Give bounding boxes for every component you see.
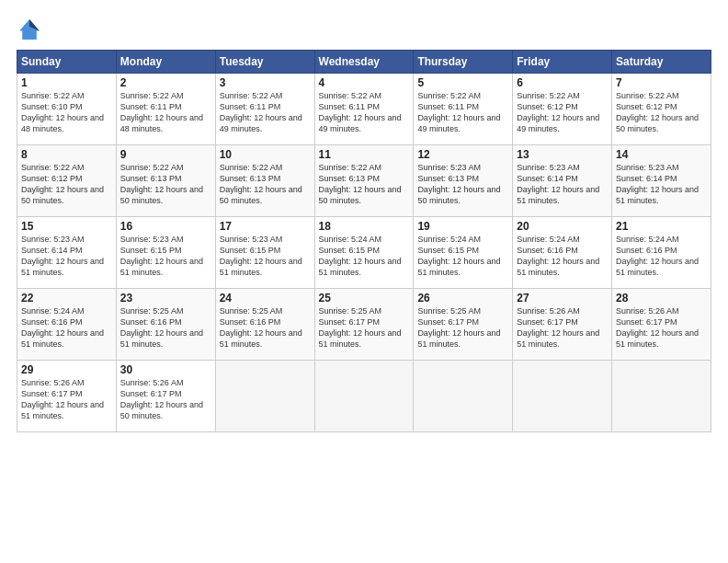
calendar-cell: 19 Sunrise: 5:24 AMSunset: 6:15 PMDaylig… <box>414 217 513 289</box>
cell-info: Sunrise: 5:23 AMSunset: 6:15 PMDaylight:… <box>220 235 302 277</box>
day-number: 20 <box>517 220 608 233</box>
calendar-cell: 13 Sunrise: 5:23 AMSunset: 6:14 PMDaylig… <box>513 145 612 217</box>
day-number: 30 <box>120 363 211 376</box>
calendar-cell: 24 Sunrise: 5:25 AMSunset: 6:16 PMDaylig… <box>215 289 314 361</box>
cell-info: Sunrise: 5:22 AMSunset: 6:13 PMDaylight:… <box>319 163 402 205</box>
day-number: 15 <box>21 220 112 233</box>
col-header-wednesday: Wednesday <box>314 51 414 74</box>
day-number: 4 <box>319 76 410 89</box>
week-row-4: 22 Sunrise: 5:24 AMSunset: 6:16 PMDaylig… <box>17 289 711 361</box>
day-number: 24 <box>220 292 311 304</box>
day-number: 9 <box>120 148 211 161</box>
cell-info: Sunrise: 5:25 AMSunset: 6:16 PMDaylight:… <box>120 306 203 349</box>
calendar-cell <box>414 361 513 432</box>
day-number: 28 <box>616 292 707 304</box>
day-number: 1 <box>21 76 112 89</box>
cell-info: Sunrise: 5:24 AMSunset: 6:15 PMDaylight:… <box>319 235 402 277</box>
cell-info: Sunrise: 5:22 AMSunset: 6:11 PMDaylight:… <box>120 91 203 133</box>
day-number: 14 <box>616 148 707 161</box>
calendar-cell: 9 Sunrise: 5:22 AMSunset: 6:13 PMDayligh… <box>116 145 215 217</box>
calendar-cell: 28 Sunrise: 5:26 AMSunset: 6:17 PMDaylig… <box>612 289 711 361</box>
cell-info: Sunrise: 5:26 AMSunset: 6:17 PMDaylight:… <box>517 306 599 349</box>
calendar-cell: 18 Sunrise: 5:24 AMSunset: 6:15 PMDaylig… <box>314 217 414 289</box>
cell-info: Sunrise: 5:22 AMSunset: 6:13 PMDaylight:… <box>120 163 203 205</box>
calendar-cell: 27 Sunrise: 5:26 AMSunset: 6:17 PMDaylig… <box>513 289 612 361</box>
cell-info: Sunrise: 5:26 AMSunset: 6:17 PMDaylight:… <box>120 378 203 420</box>
col-header-friday: Friday <box>513 51 612 74</box>
page: SundayMondayTuesdayWednesdayThursdayFrid… <box>0 0 728 563</box>
day-number: 29 <box>21 363 112 376</box>
calendar-cell: 12 Sunrise: 5:23 AMSunset: 6:13 PMDaylig… <box>414 145 513 217</box>
day-number: 6 <box>517 76 608 89</box>
calendar-cell <box>215 361 314 432</box>
day-number: 27 <box>517 292 608 304</box>
cell-info: Sunrise: 5:23 AMSunset: 6:14 PMDaylight:… <box>616 163 699 205</box>
week-row-5: 29 Sunrise: 5:26 AMSunset: 6:17 PMDaylig… <box>17 361 711 432</box>
cell-info: Sunrise: 5:23 AMSunset: 6:14 PMDaylight:… <box>21 235 104 277</box>
cell-info: Sunrise: 5:24 AMSunset: 6:16 PMDaylight:… <box>616 235 699 277</box>
day-number: 8 <box>21 148 112 161</box>
calendar-cell <box>314 361 414 432</box>
cell-info: Sunrise: 5:23 AMSunset: 6:13 PMDaylight:… <box>417 163 500 205</box>
calendar-table: SundayMondayTuesdayWednesdayThursdayFrid… <box>17 50 711 432</box>
calendar-cell: 21 Sunrise: 5:24 AMSunset: 6:16 PMDaylig… <box>612 217 711 289</box>
day-number: 3 <box>220 76 311 89</box>
day-number: 25 <box>319 292 410 304</box>
cell-info: Sunrise: 5:25 AMSunset: 6:17 PMDaylight:… <box>417 306 500 349</box>
day-number: 21 <box>616 220 707 233</box>
calendar-cell: 10 Sunrise: 5:22 AMSunset: 6:13 PMDaylig… <box>215 145 314 217</box>
col-header-thursday: Thursday <box>414 51 513 74</box>
day-number: 16 <box>120 220 211 233</box>
day-number: 23 <box>120 292 211 304</box>
calendar-cell <box>513 361 612 432</box>
calendar-cell: 2 Sunrise: 5:22 AMSunset: 6:11 PMDayligh… <box>116 74 215 145</box>
col-header-saturday: Saturday <box>612 51 711 74</box>
calendar-cell: 3 Sunrise: 5:22 AMSunset: 6:11 PMDayligh… <box>215 74 314 145</box>
header-row: SundayMondayTuesdayWednesdayThursdayFrid… <box>17 51 711 74</box>
calendar-cell: 16 Sunrise: 5:23 AMSunset: 6:15 PMDaylig… <box>116 217 215 289</box>
cell-info: Sunrise: 5:22 AMSunset: 6:13 PMDaylight:… <box>220 163 302 205</box>
day-number: 12 <box>417 148 508 161</box>
cell-info: Sunrise: 5:26 AMSunset: 6:17 PMDaylight:… <box>616 306 699 349</box>
day-number: 22 <box>21 292 112 304</box>
calendar-cell: 6 Sunrise: 5:22 AMSunset: 6:12 PMDayligh… <box>513 74 612 145</box>
calendar-cell: 11 Sunrise: 5:22 AMSunset: 6:13 PMDaylig… <box>314 145 414 217</box>
day-number: 10 <box>220 148 311 161</box>
day-number: 11 <box>319 148 410 161</box>
cell-info: Sunrise: 5:25 AMSunset: 6:17 PMDaylight:… <box>319 306 402 349</box>
cell-info: Sunrise: 5:22 AMSunset: 6:10 PMDaylight:… <box>21 91 104 133</box>
cell-info: Sunrise: 5:22 AMSunset: 6:12 PMDaylight:… <box>517 91 599 133</box>
col-header-tuesday: Tuesday <box>215 51 314 74</box>
day-number: 26 <box>417 292 508 304</box>
logo <box>17 17 46 42</box>
col-header-sunday: Sunday <box>17 51 117 74</box>
cell-info: Sunrise: 5:26 AMSunset: 6:17 PMDaylight:… <box>21 378 104 420</box>
day-number: 13 <box>517 148 608 161</box>
cell-info: Sunrise: 5:22 AMSunset: 6:11 PMDaylight:… <box>417 91 500 133</box>
col-header-monday: Monday <box>116 51 215 74</box>
calendar-cell: 14 Sunrise: 5:23 AMSunset: 6:14 PMDaylig… <box>612 145 711 217</box>
calendar-cell: 26 Sunrise: 5:25 AMSunset: 6:17 PMDaylig… <box>414 289 513 361</box>
cell-info: Sunrise: 5:22 AMSunset: 6:12 PMDaylight:… <box>21 163 104 205</box>
cell-info: Sunrise: 5:22 AMSunset: 6:11 PMDaylight:… <box>220 91 302 133</box>
calendar-cell: 20 Sunrise: 5:24 AMSunset: 6:16 PMDaylig… <box>513 217 612 289</box>
cell-info: Sunrise: 5:24 AMSunset: 6:15 PMDaylight:… <box>417 235 500 277</box>
calendar-cell <box>612 361 711 432</box>
calendar-cell: 22 Sunrise: 5:24 AMSunset: 6:16 PMDaylig… <box>17 289 117 361</box>
week-row-2: 8 Sunrise: 5:22 AMSunset: 6:12 PMDayligh… <box>17 145 711 217</box>
cell-info: Sunrise: 5:22 AMSunset: 6:11 PMDaylight:… <box>319 91 402 133</box>
calendar-cell: 5 Sunrise: 5:22 AMSunset: 6:11 PMDayligh… <box>414 74 513 145</box>
day-number: 5 <box>417 76 508 89</box>
cell-info: Sunrise: 5:22 AMSunset: 6:12 PMDaylight:… <box>616 91 699 133</box>
day-number: 7 <box>616 76 707 89</box>
logo-icon <box>17 17 42 42</box>
day-number: 19 <box>417 220 508 233</box>
calendar-cell: 25 Sunrise: 5:25 AMSunset: 6:17 PMDaylig… <box>314 289 414 361</box>
week-row-1: 1 Sunrise: 5:22 AMSunset: 6:10 PMDayligh… <box>17 74 711 145</box>
day-number: 17 <box>220 220 311 233</box>
day-number: 18 <box>319 220 410 233</box>
calendar-cell: 29 Sunrise: 5:26 AMSunset: 6:17 PMDaylig… <box>17 361 117 432</box>
calendar-cell: 23 Sunrise: 5:25 AMSunset: 6:16 PMDaylig… <box>116 289 215 361</box>
cell-info: Sunrise: 5:25 AMSunset: 6:16 PMDaylight:… <box>220 306 302 349</box>
cell-info: Sunrise: 5:23 AMSunset: 6:15 PMDaylight:… <box>120 235 203 277</box>
